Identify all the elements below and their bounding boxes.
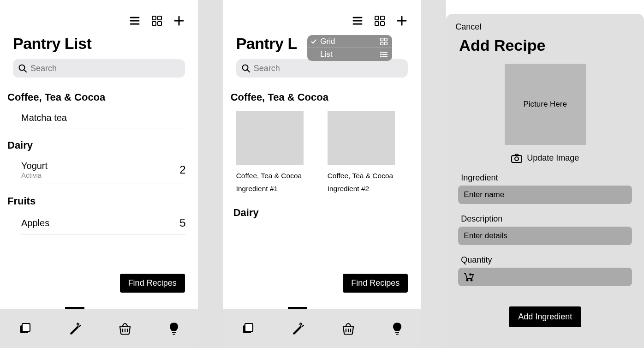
- grid-icon: [380, 38, 388, 45]
- tab-recipes[interactable]: [18, 322, 31, 335]
- picture-placeholder[interactable]: Picture Here: [505, 64, 586, 145]
- tab-shopping[interactable]: [118, 322, 132, 335]
- category-block: Coffee, Tea & Cocoa Matcha tea: [7, 91, 191, 128]
- svg-rect-4: [158, 16, 161, 20]
- svg-rect-28: [385, 38, 388, 41]
- svg-rect-5: [152, 22, 156, 25]
- svg-rect-30: [385, 42, 388, 45]
- svg-rect-6: [158, 22, 161, 25]
- svg-line-10: [24, 70, 26, 72]
- quantity-input-wrap[interactable]: [458, 268, 632, 286]
- category-heading: Fruits: [7, 195, 191, 207]
- quantity-label: Quantity: [458, 255, 632, 265]
- description-input-wrap[interactable]: [458, 227, 632, 245]
- tab-shopping[interactable]: [341, 322, 355, 335]
- svg-rect-3: [152, 16, 156, 20]
- list-icon: [380, 51, 388, 58]
- description-input[interactable]: [464, 231, 626, 240]
- list-view-icon[interactable]: [130, 16, 140, 25]
- grid-item-name: Ingredient #1: [236, 185, 304, 193]
- svg-rect-21: [375, 16, 379, 20]
- category-heading: Coffee, Tea & Cocoa: [231, 91, 414, 103]
- checkmark-icon: [311, 39, 317, 44]
- grid-item[interactable]: Coffee, Tea & Cocoa Ingredient #2: [328, 111, 395, 193]
- svg-rect-29: [381, 42, 383, 45]
- item-name: Apples: [21, 218, 179, 228]
- list-item[interactable]: Apples 5: [21, 212, 186, 234]
- tab-recipes[interactable]: [241, 322, 254, 335]
- add-icon[interactable]: [174, 16, 184, 26]
- search-icon: [242, 64, 250, 72]
- svg-point-33: [381, 54, 382, 55]
- menu-option-label: List: [320, 50, 377, 59]
- item-name: Yogurt: [21, 161, 179, 171]
- find-recipes-button[interactable]: Find Recipes: [120, 274, 185, 293]
- toolbar: [0, 0, 198, 32]
- ingredient-input-wrap[interactable]: [458, 186, 632, 204]
- item-quantity: 5: [179, 216, 185, 229]
- update-image-button[interactable]: Update Image: [454, 153, 636, 163]
- sheet-title: Add Recipe: [454, 36, 636, 54]
- item-subtitle: Activia: [21, 171, 179, 179]
- tab-bar: [223, 309, 421, 348]
- picture-placeholder-label: Picture Here: [523, 100, 566, 109]
- svg-rect-27: [381, 38, 383, 41]
- item-quantity: 2: [179, 163, 185, 176]
- search-input[interactable]: [254, 64, 403, 73]
- search-box[interactable]: [236, 59, 408, 78]
- category-block: Fruits Apples 5: [7, 195, 191, 234]
- add-icon[interactable]: [397, 16, 407, 26]
- find-recipes-button[interactable]: Find Recipes: [343, 274, 408, 293]
- screen-pantry-list: Pantry List Coffee, Tea & Cocoa Matcha t…: [0, 0, 198, 348]
- add-ingredient-button[interactable]: Add Ingredient: [509, 306, 581, 327]
- category-heading: Coffee, Tea & Cocoa: [7, 91, 191, 103]
- svg-line-38: [247, 70, 250, 72]
- list-item[interactable]: Matcha tea: [21, 108, 186, 128]
- cancel-button[interactable]: Cancel: [454, 22, 636, 32]
- toolbar: [223, 0, 421, 32]
- ingredient-input[interactable]: [464, 190, 626, 199]
- search-icon: [18, 64, 27, 72]
- svg-rect-24: [381, 22, 384, 25]
- tab-ideas[interactable]: [168, 322, 179, 336]
- grid-item-category: Coffee, Tea & Cocoa: [236, 172, 304, 180]
- page-title: Pantry List: [13, 35, 185, 53]
- category-heading: Dairy: [231, 207, 414, 219]
- svg-rect-23: [375, 22, 379, 25]
- tab-bar: [0, 309, 198, 348]
- modal-sheet: Cancel Add Recipe Picture Here Update Im…: [446, 14, 644, 348]
- search-input[interactable]: [30, 64, 179, 73]
- view-mode-menu: Grid List: [307, 35, 392, 61]
- svg-rect-45: [396, 334, 399, 335]
- svg-rect-12: [22, 324, 30, 331]
- view-option-grid[interactable]: Grid: [307, 35, 392, 48]
- grid-view-icon[interactable]: [152, 16, 162, 26]
- menu-option-label: Grid: [320, 37, 377, 46]
- grid-thumbnail: [236, 111, 304, 165]
- svg-point-49: [471, 279, 472, 281]
- view-option-list[interactable]: List: [307, 48, 392, 61]
- svg-rect-16: [172, 332, 176, 333]
- grid-item-name: Ingredient #2: [328, 185, 395, 193]
- grid-view-icon[interactable]: [375, 16, 385, 26]
- svg-rect-22: [381, 16, 384, 20]
- tab-ideas[interactable]: [392, 322, 403, 336]
- svg-rect-17: [173, 334, 175, 335]
- screen-add-recipe: Cancel Add Recipe Picture Here Update Im…: [446, 0, 644, 348]
- grid-thumbnail: [328, 111, 395, 165]
- grid-item[interactable]: Coffee, Tea & Cocoa Ingredient #1: [236, 111, 304, 193]
- item-name: Matcha tea: [21, 113, 186, 123]
- grid-item-category: Coffee, Tea & Cocoa: [328, 172, 395, 180]
- description-label: Description: [458, 214, 632, 224]
- camera-icon: [511, 154, 522, 163]
- svg-point-47: [515, 157, 519, 161]
- category-heading: Dairy: [7, 139, 191, 151]
- list-item[interactable]: Yogurt Activia 2: [21, 156, 186, 184]
- tab-pantry[interactable]: [291, 322, 304, 336]
- search-box[interactable]: [13, 59, 185, 78]
- tab-pantry[interactable]: [68, 322, 82, 336]
- ingredient-label: Ingredient: [458, 173, 632, 183]
- update-image-label: Update Image: [527, 153, 579, 163]
- svg-point-31: [381, 52, 382, 53]
- list-view-icon[interactable]: [352, 16, 363, 25]
